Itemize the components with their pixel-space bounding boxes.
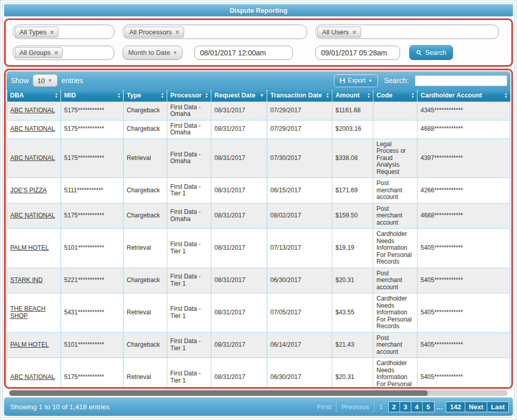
column-header-type[interactable]: Type (124, 90, 167, 102)
remove-icon[interactable]: × (352, 29, 356, 35)
groups-chip[interactable]: All Groups × (15, 47, 63, 58)
cell-request-date: 08/31/2017 (211, 178, 267, 204)
cell-mid: 5431*********** (61, 293, 124, 333)
types-multiselect[interactable]: All Types × (13, 25, 114, 39)
cell-cardholder-account: 4345************ (417, 102, 510, 120)
cell-type: Chargeback (124, 102, 167, 120)
cell-request-date: 08/31/2017 (211, 358, 267, 389)
cell-amount: $338.08 (332, 138, 373, 178)
types-chip[interactable]: All Types × (15, 27, 58, 37)
processors-chip[interactable]: All Processors × (125, 27, 184, 37)
pagination-last[interactable]: Last (487, 402, 509, 412)
cell-request-date: 08/31/2017 (211, 138, 267, 178)
start-datetime-input[interactable] (194, 46, 293, 60)
cell-type: Chargeback (124, 203, 167, 229)
cell-dba: STARK IND (7, 268, 61, 293)
column-header-dba[interactable]: DBA (7, 90, 61, 102)
pagination-page[interactable]: 3 (400, 402, 411, 412)
cell-request-date: 08/31/2017 (211, 229, 267, 268)
pagination-page[interactable]: 4 (411, 402, 423, 412)
users-multiselect[interactable]: All Users × (315, 25, 499, 39)
remove-icon[interactable]: × (50, 29, 54, 35)
table-row: STARK IND 5221*********** Chargeback Fir… (7, 268, 510, 293)
table-row: ABC NATIONAL 5175*********** Chargeback … (7, 120, 510, 138)
sort-icon (367, 92, 370, 98)
pagination-first[interactable]: First (312, 402, 336, 412)
cell-transaction-date: 07/13/2017 (267, 229, 332, 268)
pagination-page-current[interactable]: 1 (374, 402, 387, 412)
filter-panel: All Types × All Processors × All Users × (4, 18, 513, 67)
cell-processor: First Data - Tier 1 (167, 293, 211, 333)
dba-link[interactable]: ABC NATIONAL (10, 373, 55, 381)
cell-type: Chargeback (124, 178, 167, 204)
column-header-cardholder-account[interactable]: Cardholder Account (417, 90, 510, 102)
pagination-page-far[interactable]: 142 (446, 402, 465, 412)
column-header-processor[interactable]: Processor (167, 90, 211, 102)
cell-code: Post merchant account (373, 332, 417, 358)
cell-transaction-date: 07/30/2017 (267, 138, 332, 178)
cell-processor: First Data - Tier 1 (167, 268, 211, 293)
column-header-amount[interactable]: Amount (332, 90, 373, 102)
table-row: JOE'S PIZZA 5111*********** Chargeback F… (7, 178, 510, 204)
dispute-reporting-app: Dispute Reporting All Types × All Proces… (2, 2, 515, 418)
cell-amount: $1161.68 (332, 102, 373, 120)
dba-link[interactable]: PALM HOTEL (10, 341, 49, 348)
cell-mid: 5175*********** (61, 120, 124, 138)
sort-icon (161, 92, 164, 98)
cell-type: Chargeback (124, 268, 167, 293)
scrollbar-thumb[interactable] (9, 390, 428, 396)
remove-icon[interactable]: × (54, 49, 58, 56)
cell-mid: 5221*********** (61, 268, 124, 293)
table-body: ABC NATIONAL 5175*********** Chargeback … (7, 102, 510, 389)
cell-code (373, 102, 417, 120)
dba-link[interactable]: ABC NATIONAL (10, 125, 55, 132)
dba-link[interactable]: STARK IND (10, 276, 43, 284)
search-button[interactable]: Search (409, 45, 453, 60)
dba-link[interactable]: ABC NATIONAL (10, 212, 55, 219)
pagination-next[interactable]: Next (465, 402, 487, 412)
table-search-input[interactable] (415, 75, 507, 86)
pagination-page[interactable]: 5 (422, 402, 434, 412)
pagination: First Previous 1 2 3 4 5 ... 142 Next La… (312, 402, 509, 412)
cell-processor: First Data - Omaha (167, 138, 211, 178)
page-size-select[interactable]: 10 ▼ (33, 74, 57, 87)
column-header-request-date[interactable]: Request Date (211, 90, 267, 102)
dba-link[interactable]: ABC NATIONAL (10, 107, 55, 114)
cell-transaction-date: 06/14/2017 (267, 332, 332, 358)
cell-dba: JOE'S PIZZA (7, 178, 61, 204)
dba-link[interactable]: JOE'S PIZZA (10, 187, 47, 194)
cell-dba: THE BEACH SHOP (7, 293, 61, 333)
end-datetime-input[interactable] (315, 46, 400, 60)
pagination-ellipsis: ... (434, 403, 446, 411)
sort-icon (117, 92, 121, 98)
processors-chip-label: All Processors (129, 28, 172, 36)
cell-dba: ABC NATIONAL (7, 358, 61, 389)
table-footer: Showing 1 to 10 of 1,418 entries First P… (4, 397, 513, 416)
column-header-mid[interactable]: MID (61, 90, 124, 102)
pagination-previous[interactable]: Previous (336, 402, 374, 412)
cell-amount: $20.31 (332, 268, 373, 293)
cell-transaction-date: 06/30/2017 (267, 358, 332, 389)
dba-link[interactable]: PALM HOTEL (10, 244, 49, 251)
horizontal-scrollbar[interactable] (9, 390, 508, 396)
cell-code: Post merchant account (373, 268, 417, 293)
cell-code (373, 120, 417, 138)
date-preset-select[interactable]: Month to Date ▼ (123, 46, 183, 60)
page-size-value: 10 (37, 77, 45, 85)
export-button[interactable]: Export ▼ (334, 74, 378, 87)
table-row: PALM HOTEL 5101*********** Chargeback Fi… (7, 332, 510, 358)
groups-multiselect[interactable]: All Groups × (13, 46, 114, 60)
cell-cardholder-account: 5405************ (417, 268, 510, 293)
column-header-code[interactable]: Code (373, 90, 417, 102)
pagination-page[interactable]: 2 (388, 402, 400, 412)
dba-link[interactable]: ABC NATIONAL (10, 154, 55, 162)
cell-amount: $159.50 (332, 203, 373, 229)
processors-multiselect[interactable]: All Processors × (123, 25, 307, 39)
users-chip[interactable]: All Users × (317, 27, 361, 37)
dba-link[interactable]: THE BEACH SHOP (10, 305, 46, 319)
cell-processor: First Data - Tier 1 (167, 229, 211, 268)
cell-type: Retrieval (124, 358, 167, 389)
column-header-transaction-date[interactable]: Transaction Date (267, 90, 332, 102)
remove-icon[interactable]: × (175, 29, 180, 35)
cell-transaction-date: 06/15/2017 (267, 178, 332, 204)
